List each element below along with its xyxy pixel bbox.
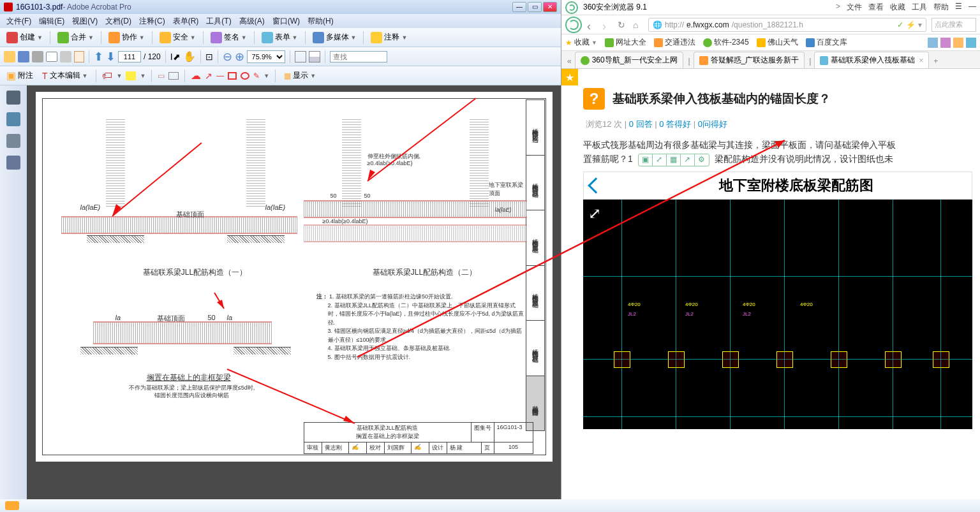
tool-expand-icon[interactable]: ⤢ bbox=[653, 154, 667, 166]
br-minimize-icon[interactable]: — bbox=[969, 2, 976, 13]
360-shield-icon[interactable] bbox=[565, 17, 582, 33]
hand-tool-icon[interactable]: ✋ bbox=[183, 50, 196, 62]
save-icon[interactable] bbox=[18, 51, 29, 62]
bookmarks-panel-icon[interactable] bbox=[6, 112, 20, 126]
fav-item[interactable]: 软件-2345 bbox=[703, 37, 749, 48]
comment-button[interactable]: 注释▼ bbox=[368, 31, 410, 45]
arrow-icon[interactable]: ↗ bbox=[205, 71, 212, 81]
address-bar[interactable]: 🌐 http://e.fwxgx.com/question_1882121.h … bbox=[648, 18, 926, 32]
scan-icon[interactable] bbox=[60, 51, 71, 62]
inline-toolbar[interactable]: ▣ ⤢ ▦ ↗ ⚙ bbox=[638, 154, 709, 166]
ext-icon[interactable] bbox=[966, 38, 976, 48]
tool-gear-icon[interactable]: ⚙ bbox=[695, 154, 709, 166]
minimize-button[interactable]: — bbox=[512, 2, 526, 12]
callout-icon[interactable]: ▭ bbox=[158, 71, 165, 80]
zoom-select[interactable]: 75.9% bbox=[247, 50, 285, 63]
br-menu-more-icon[interactable]: ☰ bbox=[955, 2, 962, 13]
forms-button[interactable]: 表单▼ bbox=[259, 31, 301, 45]
maximize-button[interactable]: ▭ bbox=[528, 2, 542, 12]
stats-ask[interactable]: 0问得好 bbox=[698, 119, 727, 129]
secure-button[interactable]: 安全▼ bbox=[157, 31, 198, 45]
page-icon[interactable] bbox=[74, 51, 84, 62]
print-icon[interactable] bbox=[32, 51, 43, 62]
marquee-zoom-icon[interactable]: ⊡ bbox=[205, 52, 213, 62]
collab-button[interactable]: 协作▼ bbox=[106, 31, 147, 45]
tool-grid-icon[interactable]: ▦ bbox=[667, 154, 681, 166]
tab-close-icon[interactable]: × bbox=[919, 56, 923, 65]
stamp-icon[interactable]: 🏷 bbox=[102, 70, 112, 82]
pages-panel-icon[interactable] bbox=[6, 91, 20, 105]
highlight-icon[interactable] bbox=[126, 71, 136, 80]
combine-button[interactable]: 合并▼ bbox=[55, 31, 96, 45]
zoom-in-icon[interactable]: ⊕ bbox=[235, 50, 244, 64]
menu-edit[interactable]: 编辑(E) bbox=[35, 15, 68, 28]
compat-icon[interactable]: ⚡ bbox=[906, 20, 916, 29]
find-input[interactable] bbox=[330, 51, 387, 62]
menu-window[interactable]: 窗口(W) bbox=[269, 15, 304, 28]
textbox-icon[interactable] bbox=[168, 72, 179, 80]
browser-tab-active[interactable]: 基础联系梁伸入筏板基础× bbox=[814, 52, 929, 68]
browser-tab[interactable]: 答疑解惑_广联达服务新干 bbox=[694, 52, 805, 68]
attachments-panel-icon[interactable] bbox=[6, 134, 20, 148]
tab-new-icon[interactable]: + bbox=[930, 54, 941, 68]
tool-share-icon[interactable]: ↗ bbox=[681, 154, 695, 166]
menu-tools[interactable]: 工具(T) bbox=[202, 15, 235, 28]
fit-page-icon[interactable] bbox=[295, 51, 306, 62]
back-icon[interactable]: ‹ bbox=[587, 20, 597, 30]
tool-copy-icon[interactable]: ▣ bbox=[639, 154, 653, 166]
menu-help[interactable]: 帮助(H) bbox=[304, 15, 338, 28]
home-icon[interactable]: ⌂ bbox=[633, 20, 643, 30]
fit-width-icon[interactable] bbox=[309, 51, 320, 62]
sticky-note-button[interactable]: ▣附注 bbox=[4, 68, 36, 83]
ext-icon[interactable] bbox=[940, 38, 951, 48]
signatures-panel-icon[interactable] bbox=[6, 156, 20, 170]
stats-answers[interactable]: 0 回答 bbox=[629, 119, 653, 129]
fullscreen-icon[interactable] bbox=[588, 205, 610, 226]
menu-file[interactable]: 文件(F) bbox=[3, 15, 35, 28]
multimedia-button[interactable]: 多媒体▼ bbox=[310, 31, 359, 45]
pencil-icon[interactable]: ✎ bbox=[253, 71, 260, 80]
browser-content[interactable]: ★ ? 基础联系梁伸入筏板基础内的锚固长度？ 浏览12 次 | 0 回答 | 0… bbox=[561, 69, 980, 512]
menu-comments[interactable]: 注释(C) bbox=[135, 15, 169, 28]
br-menu-file[interactable]: 文件 bbox=[847, 2, 862, 13]
pdf-viewport[interactable]: 标准构造详图 一般构造 标准构造详图 独立基础 标准构造详图 条形基础 标准构造… bbox=[27, 85, 561, 512]
fav-item[interactable]: 网址大全 bbox=[605, 37, 646, 48]
browser-tab[interactable]: 360导航_新一代安全上网 bbox=[575, 52, 684, 68]
create-button[interactable]: 创建▼ bbox=[4, 31, 45, 45]
br-menu-view[interactable]: 查看 bbox=[868, 2, 884, 13]
image-back-icon[interactable] bbox=[588, 177, 604, 193]
sign-button[interactable]: 签名▼ bbox=[208, 31, 249, 45]
comment-panel-icon[interactable] bbox=[5, 501, 19, 510]
text-edit-button[interactable]: T文本编辑▼ bbox=[40, 69, 90, 82]
search-box[interactable]: 点此搜索 bbox=[932, 18, 976, 32]
cloud-icon[interactable]: ☁ bbox=[191, 69, 201, 82]
br-menu-help[interactable]: 帮助 bbox=[933, 2, 949, 13]
email-icon[interactable] bbox=[46, 52, 57, 62]
menu-advanced[interactable]: 高级(A) bbox=[235, 15, 269, 28]
menu-forms[interactable]: 表单(R) bbox=[169, 15, 203, 28]
close-button[interactable]: ✕ bbox=[543, 2, 557, 12]
ext-icon[interactable] bbox=[953, 38, 963, 48]
rect-icon[interactable] bbox=[228, 72, 237, 80]
fav-item[interactable]: 交通违法 bbox=[654, 37, 695, 48]
show-button[interactable]: ▦显示▼ bbox=[281, 69, 318, 82]
page-input[interactable] bbox=[118, 51, 141, 62]
fav-item[interactable]: 百度文库 bbox=[806, 37, 847, 48]
br-menu-fav[interactable]: 收藏 bbox=[890, 2, 905, 13]
br-menu-tools[interactable]: 工具 bbox=[912, 2, 927, 13]
line-icon[interactable]: — bbox=[216, 71, 224, 80]
fav-button[interactable]: ★收藏▼ bbox=[565, 37, 597, 48]
reload-icon[interactable]: ↻ bbox=[618, 20, 628, 30]
ext-icon[interactable] bbox=[928, 38, 938, 48]
oval-icon[interactable] bbox=[241, 72, 249, 80]
menu-document[interactable]: 文档(D) bbox=[101, 15, 135, 28]
tab-scroll-left[interactable]: « bbox=[564, 54, 575, 68]
cad-drawing[interactable]: 4Φ20 4Φ20 4Φ20 4Φ20 JL2 JL2 JL2 bbox=[583, 200, 972, 429]
prev-page-icon[interactable]: ⬆ bbox=[94, 50, 103, 64]
select-tool-icon[interactable]: I⬈ bbox=[170, 52, 181, 62]
menu-view[interactable]: 视图(V) bbox=[68, 15, 101, 28]
stats-good[interactable]: 0 答得好 bbox=[659, 119, 691, 129]
open-icon[interactable] bbox=[4, 51, 15, 62]
fav-item[interactable]: 佛山天气 bbox=[757, 37, 798, 48]
forward-icon[interactable]: › bbox=[602, 20, 612, 30]
